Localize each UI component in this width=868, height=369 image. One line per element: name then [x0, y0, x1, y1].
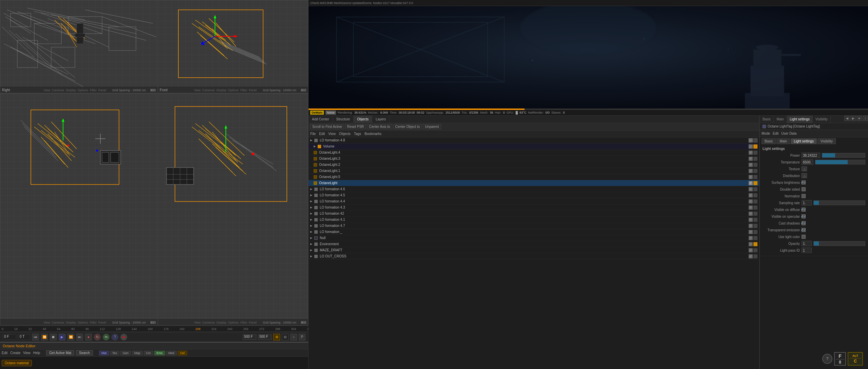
center-object-btn[interactable]: Center Object to [393, 124, 422, 129]
play-last-btn[interactable]: ⏭ [76, 334, 83, 341]
viewport-top-right[interactable]: Objects Total 1109 [158, 0, 308, 93]
obj-check-cross[interactable]: ✓ [749, 254, 753, 258]
current-frame-input[interactable]: 0 F [3, 334, 16, 340]
vp-tl-filter-btn[interactable]: Filter [90, 89, 97, 92]
vp-br-options-btn[interactable]: Options [228, 321, 239, 324]
attr-nav-star[interactable]: ★ [856, 116, 862, 121]
vp-tr-panel-btn[interactable]: Panel [249, 89, 257, 92]
vp-br-display-btn[interactable]: Display [216, 321, 226, 324]
obj-check-maze[interactable]: ✓ [749, 248, 753, 252]
obj-null[interactable]: ▶ Null ✓ [309, 235, 759, 241]
end-frame-input[interactable]: 500 F [258, 334, 272, 340]
obj-check-null[interactable]: ✓ [749, 236, 753, 240]
obj-vis-4-3[interactable] [753, 206, 757, 210]
random-btn[interactable]: ? [112, 334, 118, 341]
center-axis-btn[interactable]: Center Axis to [367, 124, 392, 129]
vp-tr-display-btn[interactable]: Display [216, 89, 226, 92]
obj-vis-env[interactable] [753, 242, 757, 246]
vp-tl-display-btn[interactable]: Display [66, 89, 76, 92]
obj-octanelight-1[interactable]: OctaneLight.1 ✓ [309, 168, 759, 174]
play-next-btn[interactable]: ⏩ [67, 334, 74, 341]
search-btn[interactable]: Search [76, 350, 93, 355]
temperature-input[interactable] [802, 159, 813, 165]
obj-vis-volume[interactable] [753, 144, 757, 149]
obj-formation-4-3[interactable]: ▶ LO formation 4.3 ✓ [309, 205, 759, 211]
obj-out-cross[interactable]: ▶ LO OUT_CROSS ✓ [309, 253, 759, 259]
play-btn[interactable]: ▶ [59, 334, 65, 341]
obj-vis-ol5[interactable] [753, 175, 757, 179]
obj-check-4-3[interactable]: ✓ [749, 206, 753, 210]
vp-tr-filter-btn[interactable]: Filter [240, 89, 247, 92]
obj-maze-draft[interactable]: ▶ MAZE_DRAFT ✓ [309, 247, 759, 253]
attr-nav-back[interactable]: ◀ [844, 116, 850, 121]
node-tab-cel[interactable]: Cel [178, 351, 187, 355]
node-editor-create-btn[interactable]: Create [10, 351, 20, 355]
obj-vis-4[interactable] [753, 230, 757, 234]
obj-vis-4-5[interactable] [753, 193, 757, 197]
tab-structure[interactable]: Structure [333, 116, 354, 123]
obj-check-ol1[interactable]: ✓ [749, 169, 753, 173]
tab-layers[interactable]: Layers [372, 116, 390, 123]
frame-field[interactable]: 0 T [18, 334, 30, 340]
obj-check-ol5[interactable]: ✓ [749, 175, 753, 179]
obj-check-volume[interactable]: ✓ [749, 144, 753, 149]
obj-octanelight-5[interactable]: OctaneLight.5 ✓ [309, 174, 759, 180]
obj-vis-ol1[interactable] [753, 169, 757, 173]
obj-menu-file[interactable]: File [310, 132, 316, 136]
vp-tl-view-btn[interactable]: View [43, 89, 50, 92]
ls-tab-light-settings[interactable]: Light settings [791, 138, 817, 144]
obj-vis-4-4[interactable] [753, 199, 757, 203]
obj-vis-4-6[interactable] [753, 187, 757, 191]
render-icon-3[interactable]: ○ [290, 334, 297, 341]
obj-environment[interactable]: ▶ Environment ✓ [309, 241, 759, 247]
obj-check-4[interactable]: ✓ [749, 230, 753, 234]
visible-specular-check[interactable]: ✓ [802, 214, 806, 218]
vp-tl-cameras-btn[interactable]: Cameras [52, 89, 64, 92]
attr-tab-visibility[interactable]: Visibility [813, 116, 831, 123]
vp-bl-display-btn[interactable]: Display [66, 321, 76, 324]
cast-shadows-check[interactable]: ✓ [802, 221, 806, 225]
obj-vis-null[interactable] [753, 236, 757, 240]
reset-psr-btn[interactable]: Reset PSR [345, 124, 366, 129]
get-active-mat-btn[interactable]: Get Active Mat [46, 350, 74, 355]
vp-tr-cameras-btn[interactable]: Cameras [202, 89, 215, 92]
vp-tr-view-btn[interactable]: View [194, 89, 200, 92]
obj-formation-4-8[interactable]: ▶ LO formation 4.8 ✓ [309, 137, 759, 143]
node-editor-help-btn[interactable]: Help [33, 351, 40, 355]
attr-userdata-btn[interactable]: User Data [781, 132, 796, 135]
play-first-btn[interactable]: ⏮ [32, 334, 39, 341]
obj-vis-ol[interactable] [753, 181, 757, 185]
obj-octanelight-4[interactable]: OctaneLight.4 ✓ [309, 150, 759, 156]
render-icon-2[interactable]: ⊟ [282, 334, 289, 341]
attr-tab-main[interactable]: Main [774, 116, 787, 123]
obj-check-ol[interactable]: ✓ [749, 181, 753, 185]
vp-tl-panel-btn[interactable]: Panel [98, 89, 106, 92]
obj-vis-4-7[interactable] [753, 224, 757, 228]
texture-slot[interactable]: △ [802, 167, 807, 171]
obj-vis-4-8[interactable] [753, 138, 757, 142]
node-tab-tex[interactable]: Tex [110, 351, 119, 355]
opacity-input[interactable] [802, 241, 812, 246]
obj-formation-4-7[interactable]: ▶ LO formation 4.7 ✓ [309, 223, 759, 229]
attr-mode-btn[interactable]: Mode [762, 132, 770, 135]
attr-tab-basic[interactable]: Basic [760, 116, 774, 123]
help-icon[interactable]: ? [822, 354, 832, 364]
node-editor-view-btn[interactable]: View [23, 351, 31, 355]
obj-check-4-6[interactable]: ✓ [749, 187, 753, 191]
obj-vis-cross[interactable] [753, 254, 757, 258]
obj-octanelight-2[interactable]: OctaneLight.2 ✓ [309, 162, 759, 168]
obj-formation-4-5[interactable]: ▶ LO formation 4.5 ✓ [309, 192, 759, 198]
vp-bl-cameras-btn[interactable]: Cameras [52, 321, 64, 324]
tab-objects[interactable]: Objects [354, 116, 372, 123]
play-stop-btn[interactable]: ⏹ [50, 334, 57, 341]
light-pass-id-input[interactable] [802, 248, 812, 253]
vp-br-cameras-btn[interactable]: Cameras [202, 321, 215, 324]
transparent-check[interactable]: ✓ [802, 228, 806, 232]
vp-bl-filter-btn[interactable]: Filter [90, 321, 97, 324]
normalize-check[interactable] [802, 194, 806, 198]
altc-button[interactable]: ALT C [848, 352, 863, 366]
attr-edit-btn[interactable]: Edit [773, 132, 778, 135]
obj-formation-4-1[interactable]: ▶ LO formation 4.1 ✓ [309, 217, 759, 223]
obj-check-4-7[interactable]: ✓ [749, 224, 753, 228]
unparent-btn[interactable]: Unparent [423, 124, 441, 129]
